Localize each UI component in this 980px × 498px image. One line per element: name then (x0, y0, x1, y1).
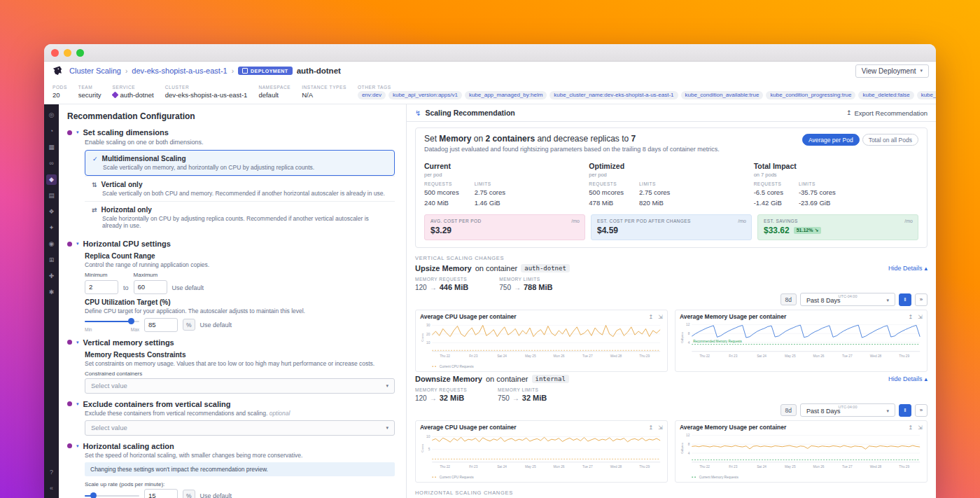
section-header-scaling-action[interactable]: ▾ Horizontal scaling action (67, 442, 395, 450)
hide-details-link[interactable]: Hide Details ▴ (888, 375, 927, 382)
use-default-link[interactable]: Use default (200, 492, 232, 498)
info-label: INSTANCE TYPES (302, 85, 346, 90)
section-header-exclude[interactable]: ▾ Exclude containers from vertical scali… (67, 400, 395, 408)
svg-text:Mon 26: Mon 26 (554, 465, 565, 469)
tag-pill[interactable]: env:dev (358, 91, 386, 99)
tag-pill[interactable]: kube_deleted:false (858, 91, 913, 99)
use-default-link[interactable]: Use default (172, 284, 204, 291)
svg-text:Thu 22: Thu 22 (699, 465, 710, 469)
tag-pill[interactable]: kube_app_managed_by:helm (465, 91, 547, 99)
breadcrumb-cluster[interactable]: dev-eks-shopist-a-us-east-1 (132, 67, 227, 75)
monitors-icon[interactable]: ◉ (46, 239, 57, 249)
help-icon[interactable]: ? (46, 467, 57, 478)
hide-details-link[interactable]: Hide Details ▴ (888, 265, 927, 272)
cpu-target-input[interactable] (144, 318, 178, 332)
watchdog-icon[interactable]: ◔ (46, 126, 57, 137)
forward-button[interactable]: » (915, 404, 927, 417)
section-title: Horizontal CPU settings (83, 240, 171, 248)
pause-button[interactable]: ‖ (899, 404, 911, 417)
memory-usage-chart[interactable]: Average Memory Usage per container ↥ ⇲ 4… (675, 420, 927, 483)
logs-icon[interactable]: ▤ (46, 191, 57, 201)
export-icon[interactable]: ↥ (649, 424, 654, 431)
view-deployment-button[interactable]: View Deployment ▾ (855, 64, 929, 78)
tag-pill[interactable]: kube_api_version:apps/v1 (388, 91, 462, 99)
section-title: Vertical memory settings (83, 338, 174, 347)
export-icon[interactable]: ↥ (909, 314, 913, 320)
fullscreen-icon[interactable]: ⇲ (658, 314, 663, 320)
dashboards-icon[interactable]: ⊞ (46, 255, 57, 265)
to-label: to (123, 284, 129, 291)
collapse-sidebar-icon[interactable]: « (46, 483, 57, 494)
export-recommendation-button[interactable]: ↥ Export Recommendation (846, 109, 927, 117)
use-default-link[interactable]: Use default (200, 321, 232, 328)
section-header-vertical-memory[interactable]: ▾ Vertical memory settings (67, 338, 395, 347)
fullscreen-icon[interactable]: ⇲ (918, 424, 923, 431)
average-per-pod-toggle[interactable]: Average per Pod (802, 134, 860, 146)
breadcrumb-cluster-scaling[interactable]: Cluster Scaling (69, 67, 121, 75)
step-dot-icon (67, 130, 72, 135)
minimum-replicas-input[interactable] (85, 280, 118, 294)
svg-text:Mon 26: Mon 26 (813, 354, 825, 358)
scale-up-rate-input[interactable] (144, 489, 178, 498)
deployment-icon (242, 68, 248, 74)
metrics-icon[interactable]: ▦ (46, 142, 57, 153)
info-value[interactable]: auth-dotnet (120, 91, 154, 99)
constrained-containers-select[interactable]: Select value ▾ (85, 378, 395, 394)
minimize-window-button[interactable] (64, 49, 71, 57)
forward-button[interactable]: » (915, 293, 927, 306)
section-header-scaling-dimensions[interactable]: ▾ Set scaling dimensions (67, 128, 395, 137)
synthetics-icon[interactable]: ✦ (46, 223, 57, 233)
option-vertical-only[interactable]: ⇅ Vertical only Scale vertically on both… (85, 176, 395, 201)
ci-icon[interactable]: ∞ (46, 158, 57, 169)
timezone-label: UTC-04:00 (839, 405, 858, 409)
cpu-usage-chart[interactable]: Average CPU Usage per container ↥ ⇲ 1020… (415, 310, 668, 372)
svg-text:Wed 28: Wed 28 (610, 354, 622, 358)
optimized-column: Optimized per pod REQUESTS 500 mcores 47… (589, 159, 753, 208)
export-icon[interactable]: ↥ (909, 424, 913, 431)
option-multidimensional-scaling[interactable]: ✓ Multidimensional Scaling Scale vertica… (85, 150, 395, 176)
datadog-logo-icon[interactable] (51, 64, 64, 77)
config-panel-title: Recommendation Configuration (67, 111, 395, 121)
slider-handle[interactable] (90, 492, 97, 498)
dd-sidebar: ◎ ◔ ▦ ∞ ◆ ▤ ❖ ✦ ◉ ⊞ ✚ ✱ ? « (44, 104, 59, 498)
slider-min-label: Min (85, 327, 92, 332)
tag-pill[interactable]: kube_condition_progressing:true (766, 91, 855, 99)
export-label: Export Recommendation (854, 109, 927, 117)
close-window-button[interactable] (51, 49, 59, 57)
main-area: ◎ ◔ ▦ ∞ ◆ ▤ ❖ ✦ ◉ ⊞ ✚ ✱ ? « Recommendati… (44, 104, 936, 498)
exclude-containers-select[interactable]: Select value ▾ (85, 420, 395, 436)
memory-constraints-desc: Set constraints on memory usage. Values … (85, 360, 395, 367)
option-horizontal-only[interactable]: ⇄ Horizontal only Scale horizontally on … (85, 201, 395, 233)
settings-note-banner: Changing these settings won't impact the… (85, 462, 395, 476)
section-header-horizontal-cpu[interactable]: ▾ Horizontal CPU settings (67, 240, 395, 248)
tag-pill[interactable]: kube_deployment:auth-dotnet (917, 91, 936, 99)
security-icon[interactable]: ❖ (46, 207, 57, 217)
cpu-target-slider[interactable] (85, 318, 139, 326)
time-range-select[interactable]: UTC-04:00 Past 8 Days ▾ (800, 293, 895, 306)
fullscreen-icon[interactable]: ⇲ (658, 424, 663, 431)
tag-pill[interactable]: kube_cluster_name:dev-eks-shopist-a-us-e… (550, 91, 678, 99)
step-dot-icon (67, 242, 72, 247)
memory-usage-chart[interactable]: Average Memory Usage per container ↥ ⇲ 4… (675, 310, 927, 372)
range-shortcut-chip[interactable]: 8d (780, 293, 797, 305)
search-icon[interactable]: ◎ (46, 110, 57, 120)
range-shortcut-chip[interactable]: 8d (780, 404, 797, 416)
integrations-icon[interactable]: ✚ (46, 271, 57, 282)
fullscreen-icon[interactable]: ⇲ (918, 314, 923, 320)
pause-button[interactable]: ‖ (899, 293, 911, 306)
time-range-select[interactable]: UTC-04:00 Past 8 Days ▾ (800, 403, 895, 417)
tag-pill[interactable]: kube_condition_available:true (681, 91, 764, 99)
slider-handle[interactable] (128, 318, 134, 324)
apm-icon[interactable]: ◆ (46, 174, 57, 185)
deployment-badge-label: DEPLOYMENT (251, 69, 288, 74)
cpu-usage-chart[interactable]: Average CPU Usage per container ↥ ⇲ 510T… (415, 420, 668, 483)
zoom-window-button[interactable] (76, 49, 84, 57)
settings-icon[interactable]: ✱ (46, 287, 57, 298)
window-titlebar[interactable] (44, 44, 936, 62)
export-icon[interactable]: ↥ (649, 314, 654, 320)
maximum-replicas-input[interactable] (134, 280, 167, 294)
scale-up-rate-slider[interactable] (85, 492, 139, 498)
total-all-pods-toggle[interactable]: Total on all Pods (862, 134, 918, 146)
chevron-up-icon: ▴ (924, 265, 927, 272)
chart-title: Average CPU Usage per container (420, 424, 517, 431)
